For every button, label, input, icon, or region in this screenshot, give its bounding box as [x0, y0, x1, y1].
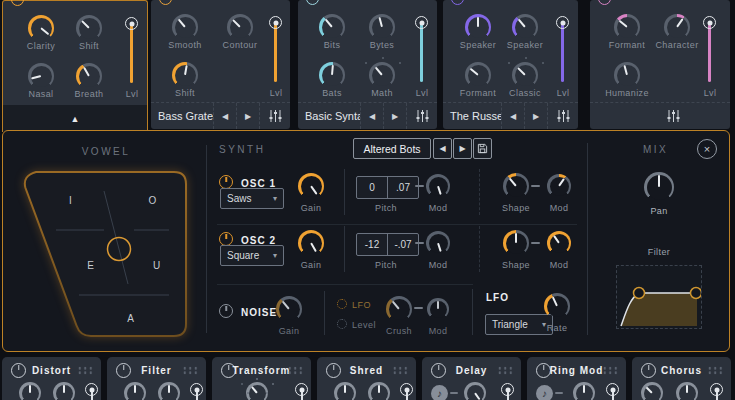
noise-gain-knob[interactable]: [276, 296, 302, 322]
osc2-pitch-box[interactable]: -12 -.07: [356, 233, 419, 256]
drag-grip-icon[interactable]: [182, 366, 198, 375]
level-slider-handle[interactable]: [269, 16, 282, 29]
osc1-pitch-mod-knob[interactable]: [426, 174, 450, 198]
filter-display[interactable]: [616, 265, 702, 329]
drag-grip-icon[interactable]: [707, 366, 723, 375]
level-slider[interactable]: [274, 24, 277, 82]
synth-preset-next-button[interactable]: ▶: [453, 138, 472, 159]
osc2-shape-knob[interactable]: [503, 230, 529, 256]
level-slider-handle[interactable]: [415, 16, 428, 29]
preset-prev-button[interactable]: ◀: [501, 103, 524, 129]
noise-crush-knob[interactable]: [386, 296, 412, 322]
fx-knob-1[interactable]: [573, 382, 595, 400]
osc2-power-button[interactable]: [219, 232, 233, 246]
pan-knob[interactable]: [644, 172, 674, 202]
filter-handle-high[interactable]: [691, 288, 702, 299]
breath-knob[interactable]: [76, 63, 102, 89]
osc1-pitch-semitones[interactable]: 0: [357, 177, 387, 198]
formant-knob[interactable]: [614, 14, 640, 40]
drag-grip-icon[interactable]: [602, 366, 618, 375]
level-slider[interactable]: [130, 25, 133, 83]
module-settings-button[interactable]: [547, 103, 578, 129]
noise-mod-knob[interactable]: [427, 298, 449, 320]
preset-prev-button[interactable]: ◀: [360, 103, 383, 129]
module-settings-button[interactable]: [259, 103, 290, 129]
drag-grip-icon[interactable]: [287, 366, 303, 375]
fx-level-slider[interactable]: [606, 383, 619, 396]
osc1-shape-knob[interactable]: [503, 173, 529, 199]
fx-level-slider[interactable]: [190, 383, 203, 396]
osc2-wave-select[interactable]: Square ▾: [220, 245, 284, 266]
fx-knob-1[interactable]: [334, 382, 356, 400]
preset-prev-button[interactable]: ◀: [213, 103, 236, 129]
fx-knob-1[interactable]: [246, 382, 268, 400]
formant-knob[interactable]: [465, 62, 491, 88]
osc1-pitch-box[interactable]: 0 .07: [356, 176, 419, 199]
level-slider-handle[interactable]: [703, 16, 716, 29]
fx-knob-2[interactable]: [676, 382, 698, 400]
osc1-wave-select[interactable]: Saws ▾: [220, 188, 284, 209]
osc2-shape-mod-knob[interactable]: [547, 231, 571, 255]
noise-level-radio[interactable]: [337, 319, 347, 329]
fx-level-slider[interactable]: [710, 383, 723, 396]
contour-knob[interactable]: [227, 14, 253, 40]
lfo-wave-select[interactable]: Triangle ▾: [485, 314, 553, 335]
character-knob[interactable]: [664, 14, 690, 40]
fx-level-slider[interactable]: [295, 383, 308, 396]
preset-next-button[interactable]: ▶: [383, 103, 406, 129]
module-settings-button[interactable]: [406, 103, 437, 129]
classic-knob[interactable]: [512, 62, 538, 88]
shift-knob[interactable]: [172, 62, 198, 88]
level-slider[interactable]: [420, 24, 423, 82]
preset-next-button[interactable]: ▶: [236, 103, 259, 129]
noise-power-button[interactable]: [219, 304, 233, 318]
fx-knob-1[interactable]: [19, 382, 41, 400]
preset-name[interactable]: Bass Grater: [151, 103, 213, 129]
fx-level-slider[interactable]: [85, 383, 98, 396]
level-slider-handle[interactable]: [556, 16, 569, 29]
synth-preset-save-button[interactable]: [473, 138, 492, 159]
module-power-icon[interactable]: [306, 0, 319, 5]
osc2-pitch-mod-knob[interactable]: [426, 231, 450, 255]
drag-grip-icon[interactable]: [77, 366, 93, 375]
clarity-knob[interactable]: [28, 15, 54, 41]
speaker-knob-2[interactable]: [512, 14, 538, 40]
preset-name[interactable]: The Russell: [443, 103, 501, 129]
collapse-panel-button[interactable]: ▲: [3, 105, 147, 132]
noise-lfo-radio[interactable]: [337, 299, 347, 309]
fx-knob-1[interactable]: [464, 382, 486, 400]
osc1-power-button[interactable]: [219, 175, 233, 189]
speaker-knob-1[interactable]: [465, 14, 491, 40]
bits-knob[interactable]: [319, 14, 345, 40]
preset-name[interactable]: Basic Syntax: [298, 103, 360, 129]
humanize-knob[interactable]: [614, 62, 640, 88]
preset-next-button[interactable]: ▶: [524, 103, 547, 129]
fx-level-slider[interactable]: [501, 383, 514, 396]
osc2-pitch-semitones[interactable]: -12: [357, 234, 387, 255]
math-knob[interactable]: [369, 62, 395, 88]
osc1-pitch-fine[interactable]: .07: [387, 177, 418, 198]
bats-knob[interactable]: [319, 62, 345, 88]
osc1-gain-knob[interactable]: [298, 173, 324, 199]
vowel-pad[interactable]: I O E U A: [14, 162, 198, 346]
filter-handle-low[interactable]: [634, 288, 645, 299]
fx-knob-2[interactable]: [158, 382, 180, 400]
module-settings-button[interactable]: [658, 103, 688, 129]
osc2-gain-knob[interactable]: [298, 230, 324, 256]
level-slider-handle[interactable]: [125, 17, 138, 30]
smooth-knob[interactable]: [172, 14, 198, 40]
drag-grip-icon[interactable]: [497, 366, 513, 375]
synth-preset-prev-button[interactable]: ◀: [433, 138, 452, 159]
module-power-icon[interactable]: [598, 0, 611, 5]
tempo-sync-button[interactable]: ♪: [536, 385, 553, 400]
drag-grip-icon[interactable]: [392, 366, 408, 375]
module-power-icon[interactable]: [451, 0, 464, 5]
tempo-sync-button[interactable]: ♪: [431, 385, 448, 400]
level-slider[interactable]: [561, 24, 564, 82]
module-power-icon[interactable]: [11, 0, 24, 6]
lfo-rate-knob[interactable]: [544, 293, 570, 319]
module-power-icon[interactable]: [159, 0, 172, 5]
bytes-knob[interactable]: [369, 14, 395, 40]
fx-knob-1[interactable]: [124, 382, 146, 400]
synth-preset-selector[interactable]: Altered Bots: [353, 138, 431, 159]
